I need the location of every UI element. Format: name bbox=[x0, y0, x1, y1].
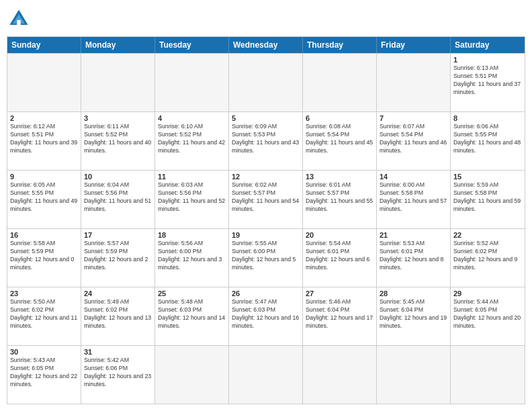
day-number: 22 bbox=[453, 231, 522, 239]
day-number: 15 bbox=[453, 173, 522, 181]
empty-cell bbox=[229, 54, 303, 111]
day-number: 3 bbox=[84, 114, 152, 122]
day-info: Sunrise: 6:08 AM Sunset: 5:54 PM Dayligh… bbox=[306, 123, 373, 155]
day-info: Sunrise: 5:48 AM Sunset: 6:03 PM Dayligh… bbox=[158, 298, 226, 330]
calendar-body: 1Sunrise: 6:13 AM Sunset: 5:51 PM Daylig… bbox=[7, 53, 525, 404]
day-14: 14Sunrise: 6:00 AM Sunset: 5:58 PM Dayli… bbox=[377, 171, 451, 228]
day-info: Sunrise: 5:43 AM Sunset: 6:05 PM Dayligh… bbox=[10, 357, 78, 389]
calendar: SundayMondayTuesdayWednesdayThursdayFrid… bbox=[7, 36, 525, 404]
day-20: 20Sunrise: 5:54 AM Sunset: 6:01 PM Dayli… bbox=[303, 229, 377, 287]
header-day-saturday: Saturday bbox=[451, 37, 525, 53]
day-27: 27Sunrise: 5:46 AM Sunset: 6:04 PM Dayli… bbox=[303, 287, 377, 345]
empty-cell bbox=[377, 346, 451, 404]
day-25: 25Sunrise: 5:48 AM Sunset: 6:03 PM Dayli… bbox=[155, 287, 229, 345]
day-6: 6Sunrise: 6:08 AM Sunset: 5:54 PM Daylig… bbox=[303, 112, 377, 170]
day-10: 10Sunrise: 6:04 AM Sunset: 5:56 PM Dayli… bbox=[81, 171, 155, 228]
empty-cell bbox=[229, 346, 303, 404]
header-day-thursday: Thursday bbox=[303, 37, 377, 53]
day-number: 7 bbox=[380, 114, 447, 122]
day-info: Sunrise: 5:45 AM Sunset: 6:04 PM Dayligh… bbox=[380, 298, 447, 330]
day-11: 11Sunrise: 6:03 AM Sunset: 5:56 PM Dayli… bbox=[155, 171, 229, 228]
day-number: 8 bbox=[453, 114, 522, 122]
day-info: Sunrise: 6:03 AM Sunset: 5:56 PM Dayligh… bbox=[158, 181, 226, 214]
day-number: 2 bbox=[10, 114, 78, 122]
week-row-4: 23Sunrise: 5:50 AM Sunset: 6:02 PM Dayli… bbox=[7, 287, 525, 345]
day-15: 15Sunrise: 5:59 AM Sunset: 5:58 PM Dayli… bbox=[451, 171, 525, 228]
empty-cell bbox=[7, 54, 81, 111]
day-info: Sunrise: 6:13 AM Sunset: 5:51 PM Dayligh… bbox=[453, 64, 522, 97]
day-12: 12Sunrise: 6:02 AM Sunset: 5:57 PM Dayli… bbox=[229, 171, 303, 228]
day-number: 6 bbox=[306, 114, 373, 122]
day-info: Sunrise: 6:11 AM Sunset: 5:52 PM Dayligh… bbox=[84, 123, 152, 155]
day-info: Sunrise: 6:07 AM Sunset: 5:54 PM Dayligh… bbox=[380, 123, 447, 155]
day-21: 21Sunrise: 5:53 AM Sunset: 6:01 PM Dayli… bbox=[377, 229, 451, 287]
day-number: 9 bbox=[10, 173, 78, 181]
day-info: Sunrise: 5:57 AM Sunset: 5:59 PM Dayligh… bbox=[84, 240, 152, 272]
header-day-wednesday: Wednesday bbox=[229, 37, 303, 53]
day-23: 23Sunrise: 5:50 AM Sunset: 6:02 PM Dayli… bbox=[7, 287, 81, 345]
empty-cell bbox=[155, 54, 229, 111]
day-1: 1Sunrise: 6:13 AM Sunset: 5:51 PM Daylig… bbox=[451, 54, 525, 111]
day-number: 16 bbox=[10, 231, 78, 239]
day-26: 26Sunrise: 5:47 AM Sunset: 6:03 PM Dayli… bbox=[229, 287, 303, 345]
day-number: 18 bbox=[158, 231, 226, 239]
day-info: Sunrise: 5:52 AM Sunset: 6:02 PM Dayligh… bbox=[453, 240, 522, 272]
header bbox=[7, 7, 525, 31]
day-number: 23 bbox=[10, 289, 78, 298]
day-info: Sunrise: 5:46 AM Sunset: 6:04 PM Dayligh… bbox=[306, 298, 373, 330]
empty-cell bbox=[377, 54, 451, 111]
header-day-tuesday: Tuesday bbox=[155, 37, 229, 53]
day-number: 11 bbox=[158, 173, 226, 181]
day-info: Sunrise: 6:05 AM Sunset: 5:55 PM Dayligh… bbox=[10, 181, 78, 214]
day-number: 17 bbox=[84, 231, 152, 239]
empty-cell bbox=[451, 346, 525, 404]
day-number: 21 bbox=[380, 231, 447, 239]
day-number: 31 bbox=[84, 348, 152, 356]
day-17: 17Sunrise: 5:57 AM Sunset: 5:59 PM Dayli… bbox=[81, 229, 155, 287]
day-info: Sunrise: 5:50 AM Sunset: 6:02 PM Dayligh… bbox=[10, 298, 78, 330]
day-info: Sunrise: 5:55 AM Sunset: 6:00 PM Dayligh… bbox=[232, 240, 300, 272]
day-19: 19Sunrise: 5:55 AM Sunset: 6:00 PM Dayli… bbox=[229, 229, 303, 287]
day-9: 9Sunrise: 6:05 AM Sunset: 5:55 PM Daylig… bbox=[7, 171, 81, 228]
svg-rect-2 bbox=[17, 20, 20, 25]
day-28: 28Sunrise: 5:45 AM Sunset: 6:04 PM Dayli… bbox=[377, 287, 451, 345]
logo bbox=[7, 7, 35, 31]
day-4: 4Sunrise: 6:10 AM Sunset: 5:52 PM Daylig… bbox=[155, 112, 229, 170]
day-31: 31Sunrise: 5:42 AM Sunset: 6:06 PM Dayli… bbox=[81, 346, 155, 404]
day-number: 26 bbox=[232, 289, 300, 298]
day-number: 12 bbox=[232, 173, 300, 181]
day-22: 22Sunrise: 5:52 AM Sunset: 6:02 PM Dayli… bbox=[451, 229, 525, 287]
day-24: 24Sunrise: 5:49 AM Sunset: 6:02 PM Dayli… bbox=[81, 287, 155, 345]
day-info: Sunrise: 5:42 AM Sunset: 6:06 PM Dayligh… bbox=[84, 357, 152, 389]
day-info: Sunrise: 5:54 AM Sunset: 6:01 PM Dayligh… bbox=[306, 240, 373, 272]
day-info: Sunrise: 5:56 AM Sunset: 6:00 PM Dayligh… bbox=[158, 240, 226, 272]
week-row-0: 1Sunrise: 6:13 AM Sunset: 5:51 PM Daylig… bbox=[7, 53, 525, 111]
day-info: Sunrise: 6:09 AM Sunset: 5:53 PM Dayligh… bbox=[232, 123, 300, 155]
week-row-1: 2Sunrise: 6:12 AM Sunset: 5:51 PM Daylig… bbox=[7, 111, 525, 170]
day-info: Sunrise: 6:01 AM Sunset: 5:57 PM Dayligh… bbox=[306, 181, 373, 214]
day-number: 13 bbox=[306, 173, 373, 181]
day-info: Sunrise: 5:44 AM Sunset: 6:05 PM Dayligh… bbox=[453, 298, 522, 330]
day-30: 30Sunrise: 5:43 AM Sunset: 6:05 PM Dayli… bbox=[7, 346, 81, 404]
header-day-friday: Friday bbox=[377, 37, 451, 53]
day-number: 10 bbox=[84, 173, 152, 181]
header-day-monday: Monday bbox=[81, 37, 155, 53]
day-number: 4 bbox=[158, 114, 226, 122]
day-info: Sunrise: 5:49 AM Sunset: 6:02 PM Dayligh… bbox=[84, 298, 152, 330]
day-7: 7Sunrise: 6:07 AM Sunset: 5:54 PM Daylig… bbox=[377, 112, 451, 170]
day-info: Sunrise: 5:58 AM Sunset: 5:59 PM Dayligh… bbox=[10, 240, 78, 272]
empty-cell bbox=[155, 346, 229, 404]
empty-cell bbox=[81, 54, 155, 111]
day-5: 5Sunrise: 6:09 AM Sunset: 5:53 PM Daylig… bbox=[229, 112, 303, 170]
day-info: Sunrise: 6:02 AM Sunset: 5:57 PM Dayligh… bbox=[232, 181, 300, 214]
logo-icon bbox=[7, 7, 31, 31]
day-number: 14 bbox=[380, 173, 447, 181]
day-number: 20 bbox=[306, 231, 373, 239]
day-number: 1 bbox=[453, 56, 522, 64]
day-number: 5 bbox=[232, 114, 300, 122]
day-3: 3Sunrise: 6:11 AM Sunset: 5:52 PM Daylig… bbox=[81, 112, 155, 170]
empty-cell bbox=[303, 54, 377, 111]
header-day-sunday: Sunday bbox=[7, 37, 81, 53]
week-row-5: 30Sunrise: 5:43 AM Sunset: 6:05 PM Dayli… bbox=[7, 345, 525, 404]
day-number: 25 bbox=[158, 289, 226, 298]
